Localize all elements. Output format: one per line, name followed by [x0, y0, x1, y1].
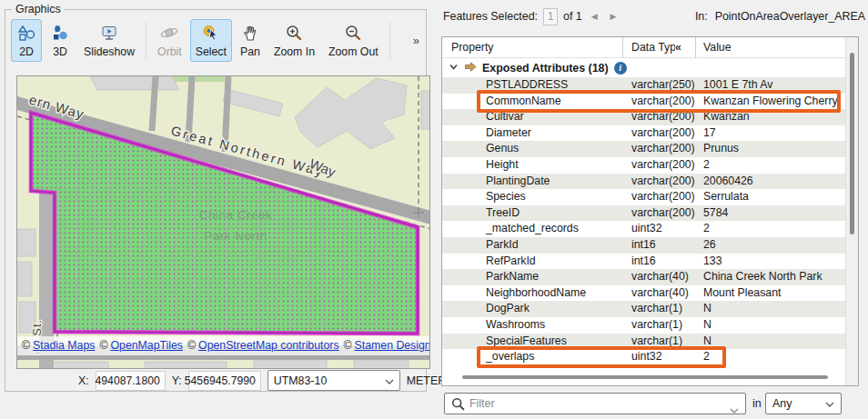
- cell-property: Cultivar: [486, 109, 524, 125]
- filter-input[interactable]: [469, 394, 715, 413]
- cell-property: ParkName: [486, 269, 539, 285]
- filter-in-label: in: [752, 397, 762, 410]
- cell-type: uint32: [631, 349, 662, 365]
- cell-value: 1001 E 7th Av: [703, 77, 772, 94]
- cell-value: N: [703, 317, 712, 334]
- button-label: 2D: [19, 45, 34, 58]
- filter-combobox[interactable]: [444, 393, 746, 414]
- cell-type: varchar(1): [631, 317, 682, 334]
- attribution-link-openmaptiles[interactable]: OpenMapTiles: [110, 339, 183, 352]
- in-value: PointOnAreaOverlayer_AREA: [715, 10, 865, 23]
- attribute-row[interactable]: Cultivarvarchar(200)Kwanzan: [442, 109, 845, 125]
- attribute-row[interactable]: ParkIdint1626: [442, 237, 845, 254]
- button-label: Zoom Out: [328, 45, 378, 58]
- column-divider[interactable]: [622, 37, 623, 58]
- previous-feature-icon[interactable]: ◀: [588, 12, 601, 21]
- select-tool-button[interactable]: Select: [190, 19, 232, 62]
- attribute-row[interactable]: TreeIDvarchar(200)5784: [442, 205, 845, 222]
- attribute-row[interactable]: PlantingDatevarchar(200)20060426: [442, 174, 845, 190]
- cell-value: 133: [703, 254, 722, 270]
- attribute-row[interactable]: SpecialFeaturesvarchar(1)N: [442, 334, 845, 350]
- cell-property: Diameter: [486, 125, 531, 142]
- attribute-row[interactable]: Washroomsvarchar(1)N: [442, 317, 845, 334]
- cell-property: Species: [486, 189, 526, 205]
- attribute-row[interactable]: Heightvarchar(200)2: [442, 157, 845, 174]
- park-label-line1: China Creek: [199, 208, 273, 222]
- cell-type: varchar(250): [631, 77, 695, 94]
- button-label: Pan: [240, 45, 260, 58]
- toolbar-separator: [389, 22, 390, 59]
- attribute-row[interactable]: NeighborhoodNamevarchar(40)Mount Pleasan…: [442, 285, 845, 302]
- info-icon[interactable]: i: [614, 62, 627, 75]
- slideshow-button[interactable]: Slideshow: [78, 19, 140, 62]
- filter-scope-value: Any: [772, 397, 792, 410]
- cell-property: Height: [486, 157, 519, 174]
- cell-value: 2: [703, 349, 710, 365]
- attribution-link-stadia[interactable]: Stadia Maps: [33, 339, 95, 352]
- orbit-button[interactable]: Orbit: [152, 19, 187, 62]
- cell-type: int16: [631, 237, 656, 254]
- attribute-row[interactable]: Genusvarchar(200)Prunus: [442, 141, 845, 157]
- search-icon: [451, 397, 465, 414]
- selected-feature-index[interactable]: 1: [543, 8, 558, 25]
- attribute-row[interactable]: _matched_recordsuint322: [442, 221, 845, 237]
- select-cursor-icon: [201, 24, 221, 45]
- attribute-row[interactable]: CommonNamevarchar(200)Kwanzan Flowering …: [442, 94, 845, 110]
- chevron-down-icon[interactable]: [730, 401, 739, 417]
- zoom-out-button[interactable]: Zoom Out: [323, 19, 384, 62]
- y-coordinate-field: 5456945.7990: [188, 371, 261, 391]
- feature-selection-header: Features Selected: 1 of 1 ◀ ▶: [443, 7, 621, 25]
- column-header-value[interactable]: Value: [703, 37, 732, 58]
- y-label: Y:: [172, 374, 182, 387]
- horizontal-scrollbar-thumb[interactable]: [462, 375, 828, 379]
- cell-value: 2: [703, 221, 710, 237]
- chevron-down-icon: [449, 62, 459, 75]
- button-label: 3D: [53, 45, 67, 58]
- cell-type: varchar(1): [631, 301, 682, 317]
- crs-value: UTM83-10: [274, 374, 328, 387]
- column-header-property[interactable]: Property: [451, 37, 493, 58]
- attribute-row[interactable]: ParkNamevarchar(40)China Creek North Par…: [442, 269, 845, 285]
- pan-hand-icon: [240, 24, 260, 45]
- toolbar-overflow-button[interactable]: »: [413, 34, 422, 47]
- zoom-in-button[interactable]: Zoom In: [268, 19, 320, 62]
- attribute-rows: PSTLADDRESSvarchar(250)1001 E 7th AvComm…: [442, 77, 845, 365]
- orbit-icon: [159, 24, 179, 45]
- column-divider[interactable]: [695, 37, 696, 58]
- cell-value: Serrulata: [703, 189, 749, 205]
- vertical-scrollbar[interactable]: [845, 37, 858, 385]
- attribute-row[interactable]: RefParkIdint16133: [442, 254, 845, 270]
- cell-value: N: [703, 334, 712, 350]
- button-label: Select: [196, 45, 227, 58]
- collapse-column-icon[interactable]: «: [675, 37, 681, 58]
- attribute-row[interactable]: Speciesvarchar(200)Serrulata: [442, 189, 845, 205]
- filter-scope-select[interactable]: Any: [765, 393, 842, 414]
- group-arrow-icon: [464, 61, 477, 75]
- cell-property: PSTLADDRESS: [486, 77, 568, 94]
- attribute-row[interactable]: Diametervarchar(200)17: [442, 125, 845, 142]
- map-view[interactable]: ern Way Great Northern Way Way es St. Ch…: [16, 75, 430, 369]
- exposed-attributes-group-row[interactable]: Exposed Attributes (18) i: [442, 58, 845, 77]
- cell-property: PlantingDate: [486, 174, 550, 190]
- pan-tool-button[interactable]: Pan: [235, 19, 266, 62]
- attribution-link-osm[interactable]: OpenStreetMap contributors: [198, 339, 338, 352]
- features-selected-label: Features Selected:: [443, 10, 538, 23]
- cell-property: CommonName: [486, 94, 561, 110]
- cell-value: Kwanzan Flowering Cherry: [703, 94, 838, 110]
- graphics-toolbar: 2D 3D Slideshow Orbit: [11, 19, 422, 62]
- view-3d-button[interactable]: 3D: [45, 19, 76, 62]
- attribute-table-body: Exposed Attributes (18) i PSTLADDRESSvar…: [442, 58, 845, 365]
- cell-property: Washrooms: [486, 317, 545, 334]
- attribution-link-stamen[interactable]: Stamen Design: [355, 339, 430, 352]
- attribute-row[interactable]: _overlapsuint322: [442, 349, 845, 365]
- vertical-scrollbar-thumb[interactable]: [850, 53, 854, 234]
- attribute-row[interactable]: DogParkvarchar(1)N: [442, 301, 845, 317]
- next-feature-icon[interactable]: ▶: [607, 12, 621, 21]
- attribute-row[interactable]: PSTLADDRESSvarchar(250)1001 E 7th Av: [442, 77, 845, 94]
- button-label: Slideshow: [84, 45, 135, 58]
- column-header-data-type[interactable]: Data Type: [631, 37, 675, 58]
- crs-select[interactable]: UTM83-10: [267, 370, 400, 391]
- map-canvas: ern Way Great Northern Way Way es St. Ch…: [17, 76, 430, 369]
- cell-property: _overlaps: [486, 349, 534, 365]
- view-2d-button[interactable]: 2D: [11, 19, 42, 62]
